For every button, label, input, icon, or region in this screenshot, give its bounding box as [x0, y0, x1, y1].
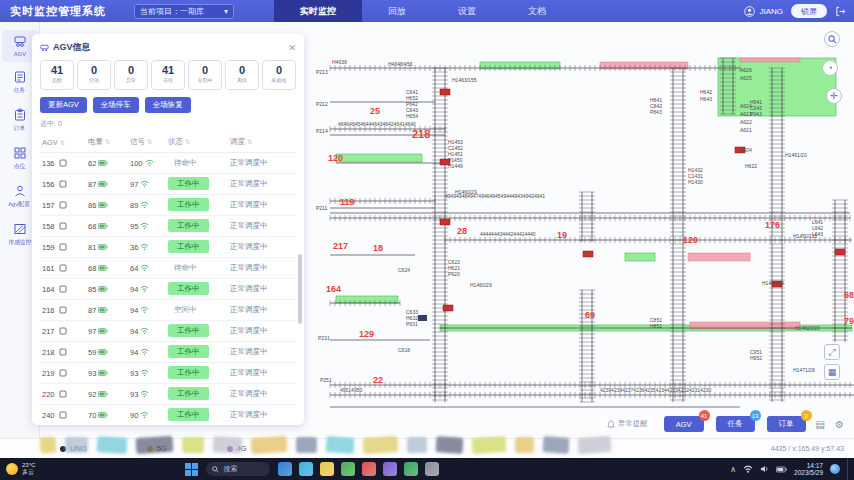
agv-row[interactable]: 216 8794空闲中正常调度中 — [40, 300, 296, 321]
agv-row[interactable]: 164 8594工作中正常调度中 — [40, 279, 296, 300]
agv-row[interactable]: 240 7090工作中正常调度中 — [40, 405, 296, 426]
app-icon-6[interactable] — [383, 462, 397, 476]
map-compass-icon[interactable]: ✛ — [826, 88, 842, 104]
locate-icon[interactable] — [59, 264, 67, 272]
col-header[interactable]: AGV ⇅ — [40, 133, 86, 153]
app-icon-3[interactable] — [320, 462, 334, 476]
col-header[interactable]: 状态 ⇅ — [166, 133, 228, 153]
locate-icon[interactable] — [59, 201, 67, 209]
sidebar-item-label: Agv配置 — [9, 200, 31, 208]
app-icon-4[interactable] — [341, 462, 355, 476]
legend-label: 5G — [157, 444, 167, 453]
map-occupied-segment — [740, 58, 800, 62]
locate-icon[interactable] — [59, 306, 67, 314]
wifi-icon — [140, 222, 149, 230]
wifi-icon[interactable] — [743, 465, 753, 473]
agv-battery: 85 — [86, 279, 128, 300]
agv-row[interactable]: 136 62100待命中正常调度中 — [40, 153, 296, 174]
logout-icon[interactable] — [835, 6, 846, 17]
stop-all-button[interactable]: 全场停车 — [93, 97, 139, 113]
tray-expand-icon[interactable]: ∧ — [730, 465, 736, 474]
tab-playback[interactable]: 回放 — [362, 0, 432, 22]
locate-icon[interactable] — [59, 369, 67, 377]
close-icon[interactable]: ✕ — [288, 43, 296, 53]
stat-box[interactable]: 0空闲 — [77, 60, 111, 90]
map-settings-gear-icon[interactable]: ⚙ — [835, 419, 844, 430]
map-filter-button[interactable]: AGV41 — [664, 416, 704, 432]
legend-dot — [227, 446, 233, 452]
stat-label: 异常 — [126, 77, 136, 85]
agv-signal: 89 — [128, 195, 166, 216]
panel-scrollbar[interactable] — [298, 254, 302, 324]
taskbar-search[interactable]: 搜索 — [206, 462, 270, 476]
update-agv-button[interactable]: 更新AGV — [40, 97, 87, 113]
locate-icon[interactable] — [59, 390, 67, 398]
agv-row[interactable]: 157 8689工作中正常调度中 — [40, 195, 296, 216]
taskbar-clock[interactable]: 14:17 2023/5/29 — [794, 462, 823, 477]
map-station-label: H1471/28 — [793, 367, 815, 373]
locate-icon[interactable] — [59, 243, 67, 251]
locate-icon[interactable] — [59, 348, 67, 356]
app-icon-7[interactable] — [404, 462, 418, 476]
col-header[interactable]: 调度 ⇅ — [228, 133, 296, 153]
agv-row[interactable]: 220 9293工作中正常调度中 — [40, 384, 296, 405]
taskbar-search-label: 搜索 — [223, 464, 237, 474]
alert-toggle[interactable]: 异常提醒 — [601, 417, 654, 431]
project-select[interactable]: 当前项目：一期库 ▾ — [134, 4, 234, 19]
map-search-icon[interactable] — [824, 31, 840, 47]
tab-realtime[interactable]: 实时监控 — [274, 0, 362, 22]
locate-icon[interactable] — [59, 285, 67, 293]
map-layers-icon[interactable]: ▦ — [824, 364, 840, 380]
col-header[interactable]: 电量 ⇅ — [86, 133, 128, 153]
weather-widget[interactable]: 23°C 多云 — [6, 462, 35, 476]
notification-center-icon[interactable] — [830, 464, 840, 474]
app-icon-1[interactable] — [278, 462, 292, 476]
app-icon-2[interactable] — [299, 462, 313, 476]
stat-box[interactable]: 0未就绪 — [262, 60, 296, 90]
map-filter-button[interactable]: 订单2 — [767, 416, 806, 432]
battery-icon[interactable] — [776, 466, 787, 473]
dispatch-text: 正常调度中 — [228, 258, 296, 279]
map-station-label: P843 — [650, 109, 662, 115]
stat-box[interactable]: 0离线 — [225, 60, 259, 90]
col-header[interactable]: 信号 ⇅ — [128, 133, 166, 153]
agv-row[interactable]: 217 9794工作中正常调度中 — [40, 321, 296, 342]
map-station-label: P251 — [320, 377, 332, 383]
locate-icon[interactable] — [59, 411, 67, 419]
locate-icon[interactable] — [59, 327, 67, 335]
map-history-icon[interactable]: ◔ — [822, 60, 838, 76]
list-view-icon[interactable]: ▤ — [816, 419, 825, 430]
agv-row[interactable]: 219 9393工作中正常调度中 — [40, 363, 296, 384]
resume-all-button[interactable]: 全场恢复 — [145, 97, 191, 113]
agv-row[interactable]: 159 8136工作中正常调度中 — [40, 237, 296, 258]
app-icon-5[interactable] — [362, 462, 376, 476]
agv-row[interactable]: 161 6864待命中正常调度中 — [40, 258, 296, 279]
locate-icon[interactable] — [59, 180, 67, 188]
show-desktop-strip[interactable] — [847, 458, 850, 480]
volume-icon[interactable] — [760, 465, 769, 473]
start-button-icon[interactable] — [185, 463, 198, 476]
weather-sun-icon — [6, 463, 18, 475]
tab-settings[interactable]: 设置 — [432, 0, 502, 22]
stat-box[interactable]: 41在线 — [151, 60, 185, 90]
map-station-label: A626 — [740, 67, 752, 73]
user-chip[interactable]: JIANG — [744, 6, 783, 17]
tab-docs[interactable]: 文档 — [502, 0, 572, 22]
lock-screen-button[interactable]: 锁屏 — [791, 4, 827, 18]
agv-row[interactable]: 218 5994工作中正常调度中 — [40, 342, 296, 363]
locate-icon[interactable] — [59, 159, 67, 167]
map-station-label: H952 — [750, 355, 762, 361]
weather-desc: 多云 — [22, 469, 35, 476]
locate-icon[interactable] — [59, 222, 67, 230]
wifi-icon — [140, 264, 149, 272]
app-icon-8[interactable] — [425, 462, 439, 476]
agv-id: 158 — [40, 216, 86, 237]
stat-box[interactable]: 41总数 — [40, 60, 74, 90]
stat-box[interactable]: 0异常 — [114, 60, 148, 90]
stat-box[interactable]: 0充电中 — [188, 60, 222, 90]
map-filter-button[interactable]: 任务13 — [716, 416, 755, 432]
map-fullscreen-icon[interactable]: ⤢ — [824, 344, 840, 360]
agv-row[interactable]: 156 8797工作中正常调度中 — [40, 174, 296, 195]
agv-row[interactable]: 158 6895工作中正常调度中 — [40, 216, 296, 237]
map-station-label: 49514950 — [340, 387, 362, 393]
